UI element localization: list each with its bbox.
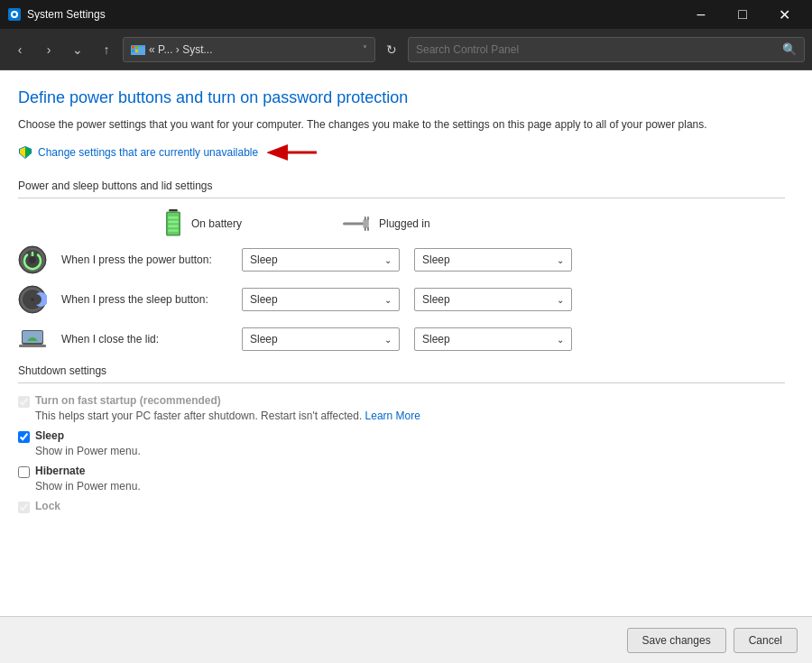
page-title: Define power buttons and turn on passwor…	[18, 88, 785, 107]
back-button[interactable]: ‹	[7, 37, 32, 62]
title-bar: System Settings – □ ✕	[0, 0, 812, 29]
content-area: Define power buttons and turn on passwor…	[0, 70, 812, 616]
svg-rect-26	[364, 227, 366, 231]
lid-icon	[18, 325, 47, 354]
lid-plugged-dropdown[interactable]: Sleep ⌄	[414, 327, 572, 351]
learn-more-link[interactable]: Learn More	[365, 410, 420, 422]
address-text: « P... › Syst...	[149, 43, 359, 56]
power-button-plugged-dropdown[interactable]: Sleep ⌄	[414, 248, 572, 272]
lid-battery-dropdown[interactable]: Sleep ⌄	[242, 327, 400, 351]
lid-row: When I close the lid: Sleep ⌄ Sleep ⌄	[18, 325, 785, 354]
lock-label: Lock	[35, 500, 60, 512]
power-button-label: When I press the power button:	[54, 253, 235, 266]
svg-point-35	[31, 298, 34, 301]
hibernate-row: Hibernate	[18, 465, 785, 478]
footer: Save changes Cancel	[0, 616, 812, 663]
lock-row: Lock	[18, 500, 785, 513]
window-controls: – □ ✕	[680, 0, 805, 29]
page-description: Choose the power settings that you want …	[18, 116, 785, 133]
svg-rect-22	[343, 222, 364, 225]
battery-column-header: On battery	[162, 209, 343, 238]
shield-icon	[18, 145, 32, 160]
svg-rect-27	[367, 227, 369, 231]
plugged-icon	[343, 213, 372, 235]
app-icon	[7, 7, 22, 22]
plugged-column-header: Plugged in	[343, 213, 523, 235]
dropdown-arrow-icon: ⌄	[557, 255, 564, 265]
address-dropdown-icon: ˅	[363, 44, 367, 54]
svg-point-31	[29, 256, 36, 263]
lock-checkbox	[18, 502, 30, 513]
sleep-button-label: When I press the sleep button:	[54, 293, 235, 306]
svg-rect-38	[19, 345, 46, 347]
dropdown-arrow-icon: ⌄	[384, 335, 392, 345]
power-table-header: On battery Plugged in	[18, 209, 785, 238]
address-bar[interactable]: « P... › Syst... ˅	[123, 37, 375, 62]
battery-icon	[162, 209, 184, 238]
sleep-button-plugged-dropdown[interactable]: Sleep ⌄	[414, 288, 572, 311]
dropdown-arrow-icon: ⌄	[384, 255, 392, 265]
svg-rect-7	[132, 50, 134, 52]
dropdown-arrow-icon: ⌄	[384, 295, 392, 305]
section2-header: Shutdown settings	[18, 364, 785, 383]
save-changes-button[interactable]: Save changes	[627, 628, 726, 653]
svg-rect-20	[168, 226, 178, 227]
dropdown-arrow-icon: ⌄	[557, 335, 564, 345]
battery-label: On battery	[191, 217, 242, 230]
lid-label: When I close the lid:	[54, 333, 235, 345]
fast-startup-checkbox	[18, 396, 30, 408]
hibernate-checkbox[interactable]	[18, 466, 30, 478]
sleep-sublabel: Show in Power menu.	[35, 445, 785, 457]
svg-rect-18	[168, 216, 178, 218]
power-button-icon	[18, 245, 47, 274]
svg-rect-5	[132, 46, 134, 49]
shutdown-section: Shutdown settings Turn on fast startup (…	[18, 364, 785, 513]
svg-rect-8	[135, 50, 138, 52]
svg-rect-24	[364, 216, 366, 220]
fast-startup-row: Turn on fast startup (recommended)	[18, 394, 785, 408]
up-button[interactable]: ↑	[94, 37, 119, 62]
sleep-row: Sleep	[18, 429, 785, 443]
red-arrow-indicator	[267, 143, 321, 161]
search-input[interactable]	[416, 43, 782, 56]
dropdown-arrow-icon: ⌄	[557, 295, 564, 305]
section1-header: Power and sleep buttons and lid settings	[18, 180, 785, 198]
sleep-button-icon	[18, 285, 47, 314]
power-button-battery-dropdown[interactable]: Sleep ⌄	[242, 248, 400, 272]
plugged-label: Plugged in	[379, 217, 430, 230]
sleep-checkbox[interactable]	[18, 431, 30, 443]
maximize-button[interactable]: □	[722, 0, 763, 29]
main-content: Define power buttons and turn on passwor…	[0, 70, 812, 663]
svg-rect-23	[363, 219, 368, 228]
nav-bar: ‹ › ⌄ ↑ « P... › Syst... ˅ ↻ 🔍	[0, 29, 812, 70]
search-bar[interactable]: 🔍	[408, 37, 805, 62]
folder-icon	[131, 42, 145, 57]
fast-startup-label: Turn on fast startup (recommended)	[35, 394, 221, 407]
svg-rect-15	[169, 209, 178, 211]
dropdown-button[interactable]: ⌄	[65, 37, 90, 62]
hibernate-label: Hibernate	[35, 465, 85, 477]
change-settings-row: Change settings that are currently unava…	[18, 143, 785, 161]
minimize-button[interactable]: –	[680, 0, 722, 29]
search-button[interactable]: 🔍	[782, 42, 797, 56]
sleep-button-battery-dropdown[interactable]: Sleep ⌄	[242, 288, 400, 311]
svg-rect-19	[168, 221, 178, 223]
cancel-button[interactable]: Cancel	[734, 628, 798, 653]
svg-point-2	[13, 13, 16, 16]
svg-rect-6	[135, 46, 138, 49]
fast-startup-sublabel: This helps start your PC faster after sh…	[35, 410, 785, 422]
sleep-label: Sleep	[35, 429, 64, 442]
change-settings-link[interactable]: Change settings that are currently unava…	[38, 146, 258, 159]
svg-rect-25	[367, 216, 369, 220]
refresh-button[interactable]: ↻	[379, 37, 404, 62]
window-title: System Settings	[27, 8, 680, 21]
svg-rect-37	[23, 331, 42, 343]
hibernate-sublabel: Show in Power menu.	[35, 480, 785, 493]
svg-rect-21	[168, 229, 178, 231]
sleep-button-row: When I press the sleep button: Sleep ⌄ S…	[18, 285, 785, 314]
close-button[interactable]: ✕	[763, 0, 805, 29]
forward-button[interactable]: ›	[36, 37, 61, 62]
power-button-row: When I press the power button: Sleep ⌄ S…	[18, 245, 785, 274]
